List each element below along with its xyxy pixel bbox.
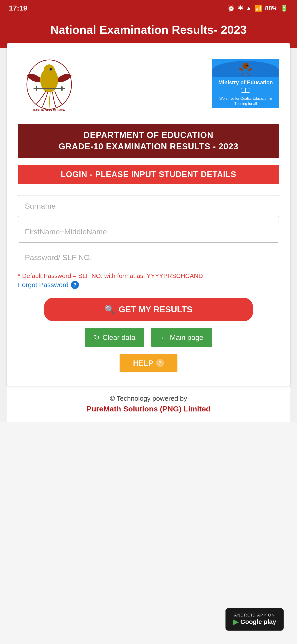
battery-icon: 🔋 (280, 4, 288, 12)
main-page-label: Main page (170, 334, 203, 342)
png-emblem-svg: PAPUA NEW GUINEA (20, 53, 78, 114)
google-play-badge[interactable]: ANDROID APP ON ▶ Google play (226, 608, 284, 630)
svg-rect-6 (33, 88, 65, 89)
page-header: National Examination Results- 2023 (0, 16, 297, 48)
svg-text:PAPUA NEW GUINEA: PAPUA NEW GUINEA (33, 108, 65, 112)
refresh-icon: ↻ (94, 333, 100, 342)
form-section: * Default Password = SLF NO. with format… (18, 195, 279, 289)
moe-logo-icon (237, 61, 255, 77)
password-hint: * Default Password = SLF NO. with format… (18, 272, 279, 280)
footer: © Technology powered by PureMath Solutio… (7, 386, 290, 422)
moe-title: Ministry of Education (218, 79, 273, 86)
status-icons: ⏰ ✱ ▲ 📶 88% 🔋 (227, 4, 288, 12)
moe-subtitle: We strive for Quality Education & Traini… (214, 96, 277, 106)
search-icon: 🔍 (105, 304, 115, 314)
dept-line2: GRADE-10 EXAMINATION RESULTS - 2023 (22, 142, 275, 152)
help-label: HELP (133, 359, 153, 368)
gp-bottom-text: ▶ Google play (233, 618, 276, 626)
login-banner: LOGIN - PLEASE INPUT STUDENT DETAILS (18, 165, 279, 184)
clear-data-label: Clear data (102, 334, 135, 342)
page-title: National Examination Results- 2023 (50, 23, 247, 36)
firstname-input[interactable] (18, 221, 279, 242)
forgot-password-help-icon[interactable]: ? (71, 281, 79, 289)
svg-rect-7 (36, 86, 37, 91)
clear-data-button[interactable]: ↻ Clear data (85, 328, 144, 347)
dept-line1: DEPARTMENT OF EDUCATION (22, 130, 275, 140)
wifi-icon: ▲ (246, 5, 252, 12)
google-play-icon: ▶ (233, 618, 239, 626)
gp-top-text: ANDROID APP ON (234, 613, 275, 618)
password-input[interactable] (18, 247, 279, 268)
moe-logo: Ministry of Education We strive for Qual… (212, 59, 279, 108)
time-display: 17:19 (9, 4, 27, 12)
help-button[interactable]: HELP ? (120, 354, 177, 372)
signal-icon: 📶 (255, 4, 262, 12)
main-page-button[interactable]: ← Main page (151, 328, 212, 347)
alarm-icon: ⏰ (227, 4, 235, 12)
bluetooth-icon: ✱ (238, 4, 243, 12)
back-arrow-icon: ← (160, 334, 167, 342)
svg-point-4 (50, 68, 52, 70)
surname-input[interactable] (18, 195, 279, 217)
help-icon: ? (156, 359, 164, 367)
login-banner-text: LOGIN - PLEASE INPUT STUDENT DETAILS (61, 170, 236, 179)
get-results-label: GET MY RESULTS (119, 305, 192, 314)
secondary-buttons-row: ↻ Clear data ← Main page (18, 328, 279, 347)
status-bar: 17:19 ⏰ ✱ ▲ 📶 88% 🔋 (0, 0, 297, 16)
logos-row: PAPUA NEW GUINEA (18, 52, 279, 115)
png-emblem-container: PAPUA NEW GUINEA (18, 52, 80, 115)
book-icon (240, 87, 251, 94)
battery-display: 88% (265, 5, 278, 12)
forgot-password-link[interactable]: Forgot Password (18, 281, 69, 289)
main-card: PAPUA NEW GUINEA (7, 43, 290, 386)
get-results-button[interactable]: 🔍 GET MY RESULTS (44, 298, 253, 321)
svg-rect-8 (61, 86, 63, 91)
svg-point-9 (243, 62, 249, 69)
forgot-password-row: Forgot Password ? (18, 281, 279, 289)
footer-company: PureMath Solutions (PNG) Limited (11, 404, 286, 413)
footer-tech-line: © Technology powered by (11, 395, 286, 402)
svg-point-10 (246, 64, 248, 66)
dept-header: DEPARTMENT OF EDUCATION GRADE-10 EXAMINA… (18, 124, 279, 158)
